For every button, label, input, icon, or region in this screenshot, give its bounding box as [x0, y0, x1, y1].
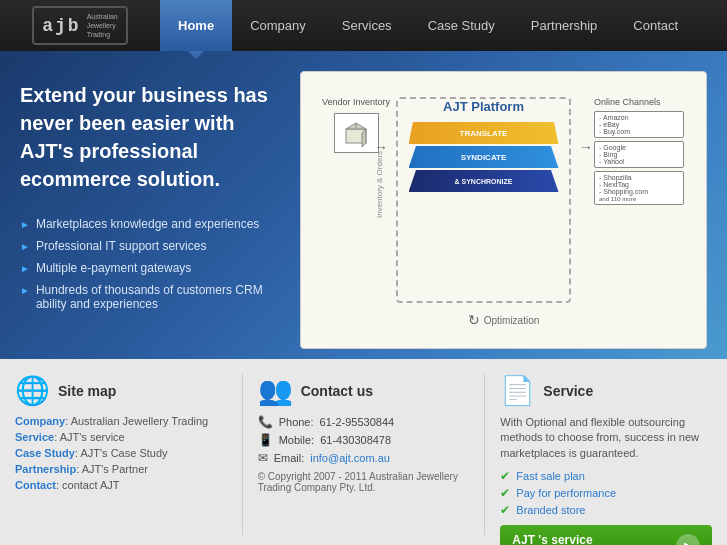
sitemap-service[interactable]: Service: AJT's service: [15, 431, 227, 443]
sitemap-partnership[interactable]: Partnership: AJT's Partner: [15, 463, 227, 475]
phone-label: Phone:: [279, 416, 314, 428]
cta-text: AJT 's service service text: [512, 533, 592, 545]
copyright: © Copyright 2007 - 2011 Australian Jewel…: [258, 471, 470, 493]
hero-title: Extend your business has never been easi…: [20, 81, 280, 193]
svg-marker-2: [362, 129, 366, 147]
nav-partnership[interactable]: Partnership: [513, 0, 615, 51]
refresh-icon: ↻: [468, 312, 480, 328]
nav-case-study[interactable]: Case Study: [410, 0, 513, 51]
channel-arrow: →: [579, 139, 593, 155]
nav-company[interactable]: Company: [232, 0, 324, 51]
list-item: ►Hundreds of thousands of customers CRM …: [20, 279, 280, 315]
nav-home[interactable]: Home: [160, 0, 232, 51]
channels-area: Online Channels - Amazon- eBay- Buy.com …: [594, 97, 689, 205]
list-item: ►Marketplaces knowledge and experiences: [20, 213, 280, 235]
play-button[interactable]: ▶: [676, 534, 700, 545]
platform-title: AJT Platform: [398, 99, 569, 114]
email-icon: ✉: [258, 451, 268, 465]
logo-subtitle: Australian Jewellery Trading: [87, 12, 118, 39]
mobile-row: 📱 Mobile: 61-430308478: [258, 433, 470, 447]
contact-icon: 👥: [258, 374, 293, 407]
hero-diagram: Vendor Inventory → Inventory & Orders: [300, 71, 707, 349]
email-label: Email:: [274, 452, 305, 464]
layer-synchronize: & SYNCHRONIZE: [409, 170, 559, 192]
service-item-3: ✔ Branded store: [500, 503, 712, 517]
service-icon: 📄: [500, 374, 535, 407]
contact-title: 👥 Contact us: [258, 374, 470, 407]
phone-icon: 📞: [258, 415, 273, 429]
phone-value: 61-2-95530844: [320, 416, 395, 428]
logo: ajb Australian Jewellery Trading: [0, 0, 160, 51]
divider-1: [242, 374, 243, 535]
hero-left: Extend your business has never been easi…: [20, 71, 280, 349]
channel-google: - Google- Bing- Yahoo!: [594, 141, 684, 168]
sitemap-icon: 🌐: [15, 374, 50, 407]
check-icon: ✔: [500, 469, 510, 483]
vendor-icon: [342, 119, 370, 147]
list-item: ►Professional IT support services: [20, 235, 280, 257]
dashed-box: Inventory & Orders AJT Platform TRANSLAT…: [396, 97, 571, 303]
service-col: 📄 Service With Optional and flexible out…: [500, 374, 712, 535]
channel-amazon: - Amazon- eBay- Buy.com: [594, 111, 684, 138]
layers: TRANSLATE SYNDICATE & SYNCHRONIZE: [409, 122, 559, 192]
email-row: ✉ Email: info@ajt.com.au: [258, 451, 470, 465]
optimization-label: ↻ Optimization: [468, 312, 540, 328]
service-cta-button[interactable]: AJT 's service service text ▶: [500, 525, 712, 545]
vendor-label: Vendor Inventory: [321, 97, 391, 107]
contact-col: 👥 Contact us 📞 Phone: 61-2-95530844 📱 Mo…: [258, 374, 470, 535]
divider-2: [484, 374, 485, 535]
email-value[interactable]: info@ajt.com.au: [310, 452, 390, 464]
online-label: Online Channels: [594, 97, 689, 107]
logo-text: ajb: [42, 16, 80, 36]
arrow-icon: ►: [20, 263, 30, 274]
hero-section: Extend your business has never been easi…: [0, 51, 727, 359]
check-icon: ✔: [500, 503, 510, 517]
list-item: ►Multiple e-payment gateways: [20, 257, 280, 279]
layer-translate: TRANSLATE: [409, 122, 559, 144]
arrow-icon: ►: [20, 241, 30, 252]
sitemap-case-study[interactable]: Case Study: AJT's Case Study: [15, 447, 227, 459]
service-item-1: ✔ Fast sale plan: [500, 469, 712, 483]
mobile-value: 61-430308478: [320, 434, 391, 446]
vendor-box: [334, 113, 379, 153]
nav-services[interactable]: Services: [324, 0, 410, 51]
sitemap-title: 🌐 Site map: [15, 374, 227, 407]
service-description: With Optional and flexible outsourcing m…: [500, 415, 712, 461]
service-title: 📄 Service: [500, 374, 712, 407]
nav-contact[interactable]: Contact: [615, 0, 696, 51]
service-item-2: ✔ Pay for performance: [500, 486, 712, 500]
nav-items: Home Company Services Case Study Partner…: [160, 0, 727, 51]
sitemap-contact[interactable]: Contact: contact AJT: [15, 479, 227, 491]
arrow-icon: ►: [20, 285, 30, 296]
mobile-label: Mobile:: [279, 434, 314, 446]
navigation: ajb Australian Jewellery Trading Home Co…: [0, 0, 727, 51]
diagram-inner: Vendor Inventory → Inventory & Orders: [316, 87, 691, 333]
phone-row: 📞 Phone: 61-2-95530844: [258, 415, 470, 429]
check-icon: ✔: [500, 486, 510, 500]
sitemap-col: 🌐 Site map Company: Australian Jewellery…: [15, 374, 227, 535]
footer: 🌐 Site map Company: Australian Jewellery…: [0, 359, 727, 545]
mobile-icon: 📱: [258, 433, 273, 447]
layer-syndicate: SYNDICATE: [409, 146, 559, 168]
hero-list: ►Marketplaces knowledge and experiences …: [20, 213, 280, 315]
sitemap-company[interactable]: Company: Australian Jewellery Trading: [15, 415, 227, 427]
arrow-icon: ►: [20, 219, 30, 230]
inv-orders-label: Inventory & Orders: [375, 151, 384, 218]
channel-shopzilla: - Shopzilla- NextTag- Shopping.comand 11…: [594, 171, 684, 205]
